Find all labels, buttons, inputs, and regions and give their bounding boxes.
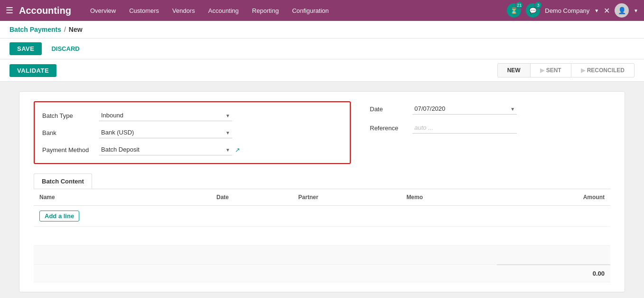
empty-spacer-2 — [34, 246, 610, 265]
external-link-icon[interactable]: ↗ — [235, 146, 240, 154]
date-label: Date — [370, 106, 412, 113]
content-table: Name Date Partner Memo Amount Add a line — [34, 189, 610, 282]
total-amount: 0.00 — [497, 265, 610, 282]
messages-button[interactable]: 💬 3 — [526, 3, 540, 18]
grid-icon[interactable]: ☰ — [6, 5, 13, 16]
menu-vendors[interactable]: Vendors — [167, 4, 201, 17]
avatar-dropdown-icon: ▼ — [634, 8, 638, 13]
discard-button[interactable]: DISCARD — [47, 42, 84, 55]
breadcrumb-parent[interactable]: Batch Payments — [9, 26, 61, 33]
main-content: Batch Type Inbound Outbound ▼ Bank Ba — [0, 82, 644, 298]
total-label-cell — [34, 265, 497, 282]
action-bar: SAVE DISCARD — [0, 38, 644, 59]
empty-memo-cell — [401, 206, 496, 227]
reference-input[interactable] — [412, 122, 517, 134]
step-arrow-2: ▶ — [581, 67, 585, 74]
step-arrow-1: ▶ — [540, 67, 544, 74]
col-date: Date — [211, 189, 293, 206]
messages-count: 3 — [534, 1, 542, 9]
company-dropdown-icon: ▼ — [594, 8, 599, 13]
status-steps: NEW ▶ SENT ▶ RECONCILED — [497, 63, 635, 77]
validate-bar: VALIDATE NEW ▶ SENT ▶ RECONCILED — [0, 59, 644, 82]
fields-box: Batch Type Inbound Outbound ▼ Bank Ba — [34, 101, 351, 164]
total-row: 0.00 — [34, 265, 610, 282]
batch-type-row: Batch Type Inbound Outbound ▼ — [42, 110, 342, 121]
bank-label: Bank — [42, 129, 99, 136]
col-partner: Partner — [293, 189, 401, 206]
date-row: Date ▼ — [370, 103, 610, 115]
bank-select[interactable]: Bank (USD) — [99, 127, 232, 138]
empty-row-2 — [34, 246, 610, 265]
menu-overview[interactable]: Overview — [84, 4, 121, 17]
add-line-cell: Add a line — [34, 206, 211, 227]
form-main: Batch Type Inbound Outbound ▼ Bank Ba — [34, 101, 610, 173]
payment-method-row: Payment Method Batch Deposit ▼ ↗ — [42, 144, 342, 155]
validate-button[interactable]: VALIDATE — [9, 64, 56, 77]
notifications-button[interactable]: ⏳ 21 — [507, 3, 521, 18]
status-step-sent[interactable]: ▶ SENT — [531, 64, 571, 77]
add-line-button[interactable]: Add a line — [39, 211, 79, 221]
add-line-row: Add a line — [34, 206, 610, 227]
bank-row: Bank Bank (USD) ▼ — [42, 127, 342, 138]
payment-method-select-wrapper: Batch Deposit ▼ — [99, 144, 232, 155]
status-step-reconciled[interactable]: ▶ RECONCILED — [571, 64, 634, 77]
breadcrumb: Batch Payments / New — [0, 21, 644, 38]
main-menu: Overview Customers Vendors Accounting Re… — [84, 4, 503, 17]
empty-spacer-1 — [34, 227, 610, 246]
top-navigation: ☰ Accounting Overview Customers Vendors … — [0, 0, 644, 21]
empty-date-cell — [211, 206, 293, 227]
company-name[interactable]: Demo Company — [545, 7, 589, 14]
payment-method-select[interactable]: Batch Deposit — [99, 144, 232, 155]
tabs-row: Batch Content — [34, 173, 610, 189]
save-button[interactable]: SAVE — [9, 42, 42, 55]
reference-row: Reference — [370, 122, 610, 134]
empty-row-1 — [34, 227, 610, 246]
menu-configuration[interactable]: Configuration — [286, 4, 334, 17]
form-card: Batch Type Inbound Outbound ▼ Bank Ba — [19, 91, 625, 292]
close-button[interactable]: ✕ — [604, 6, 610, 15]
date-input[interactable] — [412, 103, 517, 115]
menu-reporting[interactable]: Reporting — [246, 4, 284, 17]
bank-select-wrapper: Bank (USD) ▼ — [99, 127, 232, 138]
menu-customers[interactable]: Customers — [123, 4, 165, 17]
tab-batch-content[interactable]: Batch Content — [34, 173, 92, 189]
date-select-wrapper: ▼ — [412, 103, 517, 115]
reference-label: Reference — [370, 125, 412, 132]
col-memo: Memo — [401, 189, 496, 206]
app-title: Accounting — [19, 5, 71, 16]
empty-partner-cell — [293, 206, 401, 227]
col-name: Name — [34, 189, 211, 206]
user-avatar[interactable]: 👤 — [615, 3, 629, 18]
batch-type-select[interactable]: Inbound Outbound — [99, 110, 232, 121]
col-amount: Amount — [497, 189, 610, 206]
menu-accounting[interactable]: Accounting — [203, 4, 244, 17]
form-right: Date ▼ Reference — [370, 101, 610, 141]
breadcrumb-separator: / — [64, 26, 66, 33]
breadcrumb-current: New — [69, 26, 83, 33]
batch-type-label: Batch Type — [42, 112, 99, 119]
topnav-right: ⏳ 21 💬 3 Demo Company ▼ ✕ 👤 ▼ — [507, 3, 638, 18]
notifications-count: 21 — [515, 1, 523, 9]
batch-type-select-wrapper: Inbound Outbound ▼ — [99, 110, 232, 121]
status-step-new[interactable]: NEW — [498, 64, 531, 77]
payment-method-label: Payment Method — [42, 146, 99, 154]
empty-amount-cell — [497, 206, 610, 227]
